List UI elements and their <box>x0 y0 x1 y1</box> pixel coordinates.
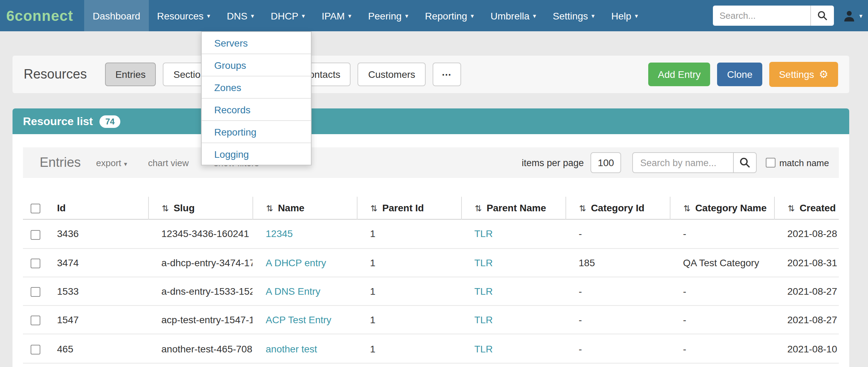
resource-list-header: Resource list 74 <box>13 108 849 134</box>
nav-item-reporting[interactable]: Reporting▾ <box>417 0 482 31</box>
nav-item-peering[interactable]: Peering▾ <box>360 0 417 31</box>
cell-category-name: - <box>670 277 774 306</box>
cell-slug: a-dhcp-entry-3474-17… <box>148 248 252 277</box>
global-search-input[interactable] <box>713 6 811 26</box>
parent-name-link[interactable]: TLR <box>474 315 493 326</box>
tab-customers[interactable]: Customers <box>358 63 426 86</box>
nav-item-dashboard[interactable]: Dashboard <box>84 0 148 31</box>
cell-id: 465 <box>44 334 148 363</box>
cell-category-id: - <box>565 220 670 248</box>
name-search-button[interactable] <box>734 152 757 173</box>
cell-category-name: - <box>670 334 774 363</box>
nav-item-dhcp[interactable]: DHCP▾ <box>263 0 313 31</box>
chart-view-link[interactable]: chart view <box>148 157 189 168</box>
cell-parent-name: TLR <box>461 305 565 334</box>
column-header-name[interactable]: ⇅Name <box>252 197 357 220</box>
items-per-page-label: items per page <box>522 157 584 168</box>
column-header-parent-id[interactable]: ⇅Parent Id <box>357 197 461 220</box>
entries-table: Id ⇅Slug ⇅Name ⇅Parent Id ⇅Parent Name ⇅… <box>23 197 839 364</box>
cell-created: 2021-08-10 17 <box>774 334 839 363</box>
match-name-label: match name <box>779 157 829 168</box>
nav-item-resources[interactable]: Resources▾ <box>148 0 218 31</box>
resource-count-badge: 74 <box>100 115 120 128</box>
cell-category-id: 185 <box>565 248 670 277</box>
select-all-checkbox[interactable] <box>31 204 40 214</box>
nav-item-umbrella[interactable]: Umbrella▾ <box>482 0 544 31</box>
chevron-down-icon: ▾ <box>859 12 862 19</box>
entries-table-container: Id ⇅Slug ⇅Name ⇅Parent Id ⇅Parent Name ⇅… <box>23 197 839 364</box>
name-search-input[interactable] <box>633 152 734 173</box>
nav-item-ipam[interactable]: IPAM▾ <box>313 0 360 31</box>
gear-icon: ⚙ <box>819 68 828 81</box>
items-per-page-input[interactable] <box>591 152 621 173</box>
dns-menu-item-logging[interactable]: Logging <box>202 142 311 165</box>
cell-category-id: - <box>565 334 670 363</box>
column-header-category-id[interactable]: ⇅Category Id <box>565 197 670 220</box>
entry-name-link[interactable]: ACP Test Entry <box>266 315 331 326</box>
column-header-id[interactable]: Id <box>44 197 148 220</box>
cell-created: 2021-08-27 01 <box>774 305 839 334</box>
nav-item-dns[interactable]: DNS▾ <box>218 0 262 31</box>
entries-toolbar: Entries export▾ chart view show filters … <box>23 147 839 178</box>
parent-name-link[interactable]: TLR <box>474 228 493 239</box>
cell-parent-name: TLR <box>461 334 565 363</box>
add-entry-button[interactable]: Add Entry <box>648 63 710 86</box>
page-header: Resources Entries Sections Contacts Cust… <box>13 56 849 93</box>
export-menu[interactable]: export▾ <box>96 157 127 168</box>
brand-logo[interactable]: 6connect <box>0 7 80 24</box>
name-search <box>633 152 757 173</box>
dns-menu-item-groups[interactable]: Groups <box>202 54 311 76</box>
chevron-down-icon: ▾ <box>471 12 474 19</box>
dns-menu-item-records[interactable]: Records <box>202 98 311 120</box>
cell-parent-name: TLR <box>461 277 565 306</box>
chevron-down-icon: ▾ <box>405 12 408 19</box>
table-row: 3474 a-dhcp-entry-3474-17… A DHCP entry … <box>23 248 839 277</box>
settings-button[interactable]: Settings⚙ <box>769 62 838 87</box>
column-header-category-name[interactable]: ⇅Category Name <box>670 197 774 220</box>
search-icon <box>818 10 828 21</box>
cell-category-name: QA Test Category <box>670 248 774 277</box>
entry-name-link[interactable]: another test <box>266 343 317 354</box>
dns-menu-item-reporting[interactable]: Reporting <box>202 120 311 142</box>
column-header-slug[interactable]: ⇅Slug <box>148 197 252 220</box>
resource-list-panel: Entries export▾ chart view show filters … <box>13 134 849 367</box>
global-search <box>713 6 834 26</box>
cell-slug: another-test-465-70893 <box>148 334 252 363</box>
parent-name-link[interactable]: TLR <box>474 257 493 268</box>
row-checkbox[interactable] <box>31 259 40 268</box>
sort-icon: ⇅ <box>788 204 795 213</box>
row-checkbox[interactable] <box>31 316 40 326</box>
nav-item-help[interactable]: Help▾ <box>603 0 646 31</box>
entry-name-link[interactable]: A DHCP entry <box>266 257 326 268</box>
entry-name-link[interactable]: A DNS Entry <box>266 286 320 297</box>
dns-menu-item-zones[interactable]: Zones <box>202 76 311 98</box>
nav-item-settings[interactable]: Settings▾ <box>545 0 603 31</box>
navbar-menu: Dashboard Resources▾ DNS▾ DHCP▾ IPAM▾ Pe… <box>84 0 646 31</box>
cell-category-name: - <box>670 220 774 248</box>
cell-parent-name: TLR <box>461 248 565 277</box>
parent-name-link[interactable]: TLR <box>474 343 493 354</box>
cell-category-name: - <box>670 305 774 334</box>
dns-menu-item-servers[interactable]: Servers <box>202 32 311 54</box>
match-name-checkbox[interactable] <box>766 158 776 168</box>
column-header-parent-name[interactable]: ⇅Parent Name <box>461 197 565 220</box>
user-menu[interactable]: ▾ <box>843 9 862 23</box>
row-checkbox[interactable] <box>31 345 40 354</box>
sort-icon: ⇅ <box>370 204 377 213</box>
page-actions: Add Entry Clone Settings⚙ <box>641 62 838 87</box>
match-name-toggle: match name <box>766 157 829 168</box>
tab-entries[interactable]: Entries <box>105 63 156 86</box>
parent-name-link[interactable]: TLR <box>474 286 493 297</box>
cell-name: ACP Test Entry <box>252 305 357 334</box>
row-checkbox[interactable] <box>31 230 40 239</box>
global-search-button[interactable] <box>811 6 834 26</box>
entry-name-link[interactable]: 12345 <box>266 228 293 239</box>
clone-button[interactable]: Clone <box>717 63 762 86</box>
top-navbar: 6connect Dashboard Resources▾ DNS▾ DHCP▾… <box>0 0 868 31</box>
row-checkbox[interactable] <box>31 287 40 297</box>
cell-name: another test <box>252 334 357 363</box>
tab-more-button[interactable]: ⋯ <box>433 63 461 86</box>
column-header-created[interactable]: ⇅Created <box>774 197 839 220</box>
toolbar-right: items per page match name <box>522 152 829 173</box>
cell-created: 2021-08-27 01 <box>774 277 839 306</box>
